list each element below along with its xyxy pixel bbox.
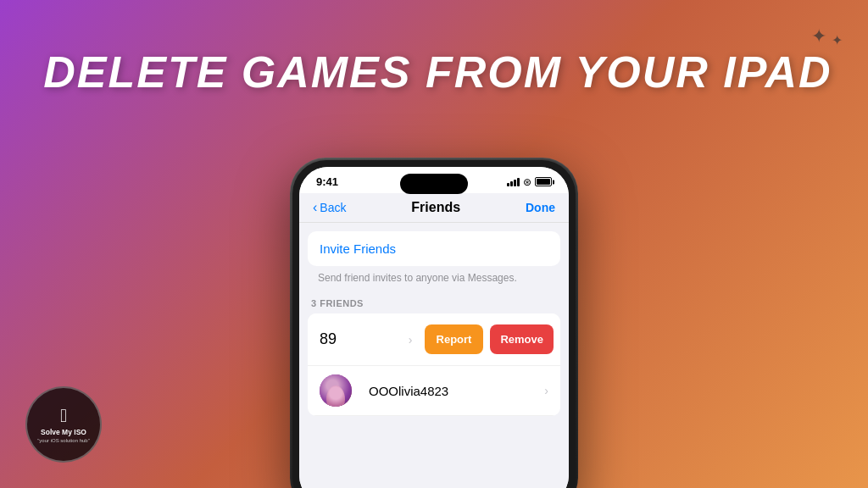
olivia-info: OOOlivia4823 › (360, 384, 548, 398)
battery-fill (537, 179, 550, 185)
avatar-figure (326, 385, 346, 407)
star-icon-2: ✦ (832, 32, 843, 48)
star-decoration: ✦ ✦ (811, 25, 843, 48)
logo-badge:  Solve My ISO "your iOS solution hub" (25, 386, 102, 463)
invite-friends-subtitle: Send friend invites to anyone via Messag… (318, 272, 517, 284)
friend-number-section: 89 › (314, 330, 418, 348)
star-icon-1: ✦ (811, 25, 826, 48)
back-chevron-icon: ‹ (313, 200, 317, 215)
status-icons: ⊛ (507, 176, 552, 188)
nav-title: Friends (411, 200, 460, 215)
phone-inner-frame: 9:41 ⊛ (292, 160, 576, 488)
signal-bar-2 (510, 181, 513, 186)
battery-icon (535, 177, 552, 186)
phone-mockup: 9:41 ⊛ (290, 158, 578, 488)
logo-sub-text: "your iOS solution hub" (37, 438, 90, 444)
done-button[interactable]: Done (526, 201, 555, 214)
apple-logo-icon:  (60, 405, 67, 427)
friend-chevron-icon: › (409, 333, 413, 347)
logo-main-text: Solve My ISO (41, 428, 86, 437)
friends-list: 89 › Report Remove (308, 313, 560, 416)
avatar-image (320, 374, 352, 407)
screen-content: Invite Friends Send friend invites to an… (299, 223, 569, 488)
report-button[interactable]: Report (425, 324, 484, 354)
remove-button[interactable]: Remove (490, 324, 554, 354)
friend-name-olivia: OOOlivia4823 (369, 384, 448, 398)
signal-bar-3 (514, 180, 516, 186)
phone-outer-frame: 9:41 ⊛ (290, 158, 578, 488)
back-button[interactable]: ‹ Back (313, 200, 346, 215)
olivia-chevron-icon: › (544, 384, 548, 397)
invite-friends-section[interactable]: Invite Friends (308, 231, 560, 266)
wifi-icon: ⊛ (523, 176, 531, 188)
friend-row-olivia: OOOlivia4823 › (308, 366, 560, 416)
page-title: DELETE GAMES FROM YOUR IPAD (43, 47, 825, 97)
back-label: Back (320, 201, 346, 214)
phone-screen: 9:41 ⊛ (299, 167, 569, 488)
friend-number: 89 (320, 330, 337, 348)
friend-row-swiped: 89 › Report Remove (308, 313, 560, 366)
dynamic-island (400, 174, 468, 194)
signal-icon (507, 177, 520, 186)
avatar-olivia (320, 374, 352, 407)
signal-bar-4 (517, 178, 520, 186)
friends-header: 3 FRIENDS (299, 288, 569, 313)
nav-bar: ‹ Back Friends Done (299, 193, 569, 223)
invite-friends-title: Invite Friends (320, 241, 548, 256)
status-time: 9:41 (316, 175, 338, 188)
signal-bar-1 (507, 183, 509, 186)
